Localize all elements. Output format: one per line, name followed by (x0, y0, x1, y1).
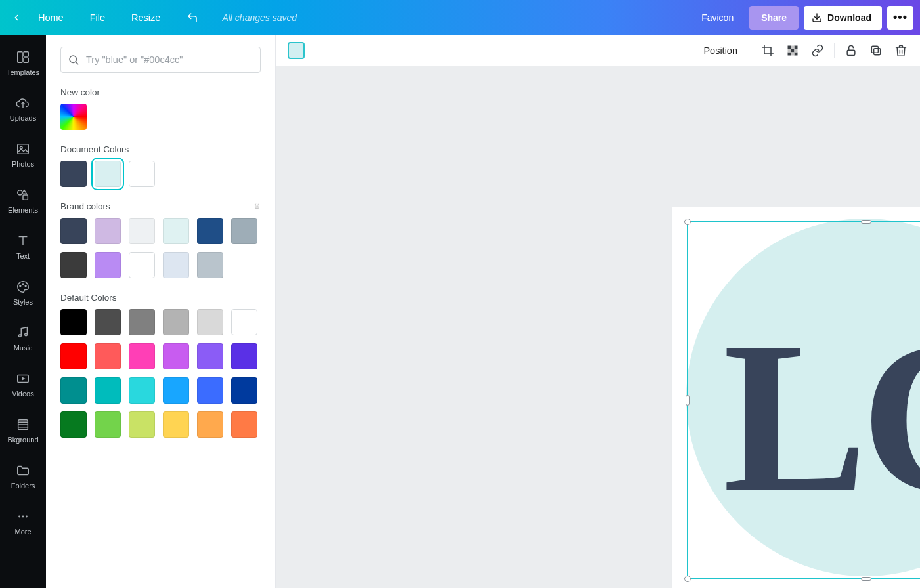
color-swatch[interactable] (95, 309, 121, 335)
color-swatch[interactable] (231, 343, 257, 369)
position-button[interactable]: Position (703, 45, 741, 56)
rail-videos[interactable]: Videos (0, 362, 46, 408)
lock-button[interactable] (844, 43, 858, 58)
color-swatch[interactable] (129, 218, 155, 244)
svg-rect-25 (788, 52, 791, 55)
download-button[interactable]: Download (804, 6, 882, 30)
color-swatch[interactable] (129, 377, 155, 404)
color-swatch[interactable] (197, 411, 223, 438)
color-swatch[interactable] (95, 161, 121, 187)
crop-icon (761, 44, 774, 57)
selection-outline[interactable] (687, 221, 920, 579)
color-swatch[interactable] (197, 343, 223, 369)
color-swatch[interactable] (95, 218, 121, 244)
resize-handle-l[interactable] (686, 395, 690, 406)
rail-music[interactable]: Music (0, 316, 46, 362)
color-swatch[interactable] (197, 252, 223, 278)
more-menu-button[interactable]: ••• (887, 6, 913, 30)
file-menu[interactable]: File (77, 0, 118, 35)
color-swatch[interactable] (129, 343, 155, 369)
canvas-stage[interactable]: LC + Add page (276, 66, 920, 588)
color-swatch[interactable] (60, 411, 87, 438)
rail-music-label: Music (14, 344, 33, 352)
color-swatch[interactable] (129, 309, 155, 335)
rail-more[interactable]: More (0, 499, 46, 545)
resize-menu[interactable]: Resize (118, 0, 173, 35)
transparency-button[interactable] (785, 43, 800, 58)
color-search[interactable] (60, 47, 261, 73)
svg-rect-33 (871, 46, 878, 52)
color-swatch[interactable] (231, 411, 257, 438)
color-swatch[interactable] (60, 161, 87, 187)
resize-handle-bl[interactable] (684, 576, 691, 582)
unlock-icon (844, 44, 858, 57)
svg-rect-5 (18, 144, 29, 154)
color-swatch[interactable] (95, 343, 121, 369)
color-swatch[interactable] (231, 218, 257, 244)
rail-photos[interactable]: Photos (0, 132, 46, 178)
color-swatch[interactable] (163, 411, 189, 438)
default-color-swatches (60, 309, 261, 438)
rail-uploads[interactable]: Uploads (0, 86, 46, 132)
default-colors-heading: Default Colors (60, 293, 261, 303)
back-button[interactable] (0, 13, 25, 22)
duplicate-button[interactable] (869, 43, 883, 58)
color-swatch[interactable] (95, 377, 121, 404)
color-search-input[interactable] (86, 54, 253, 65)
music-icon (16, 326, 30, 340)
color-swatch[interactable] (163, 218, 189, 244)
resize-handle-t[interactable] (861, 220, 871, 224)
color-swatch[interactable] (60, 309, 87, 335)
document-name[interactable]: Favicon (686, 12, 749, 23)
document-colors-heading: Document Colors (60, 144, 261, 154)
templates-icon (16, 50, 30, 64)
color-swatch[interactable] (163, 252, 189, 278)
rail-more-label: More (14, 528, 31, 536)
color-panel: New color Document Colors Brand colors ♛… (46, 35, 276, 588)
ellipsis-icon: ••• (893, 10, 908, 24)
add-custom-color[interactable] (60, 104, 87, 130)
color-swatch[interactable] (197, 309, 223, 335)
home-menu[interactable]: Home (25, 0, 77, 35)
color-swatch[interactable] (60, 343, 87, 369)
resize-handle-tl[interactable] (684, 219, 691, 225)
duplicate-icon (869, 44, 883, 57)
color-swatch[interactable] (95, 411, 121, 438)
delete-button[interactable] (894, 43, 908, 58)
svg-point-12 (19, 335, 22, 337)
rail-folders[interactable]: Folders (0, 453, 46, 499)
svg-rect-32 (874, 48, 881, 54)
color-swatch[interactable] (231, 377, 257, 404)
link-button[interactable] (810, 43, 825, 58)
rail-elements[interactable]: Elements (0, 178, 46, 224)
photos-icon (16, 142, 30, 156)
svg-rect-30 (791, 52, 795, 55)
rail-text[interactable]: Text (0, 224, 46, 270)
color-swatch[interactable] (197, 218, 223, 244)
rail-templates[interactable]: Templates (0, 40, 46, 86)
crop-button[interactable] (760, 43, 775, 58)
color-swatch[interactable] (60, 377, 87, 404)
selected-color-swatch[interactable] (288, 42, 305, 59)
color-swatch[interactable] (60, 252, 87, 278)
resize-handle-b[interactable] (861, 577, 871, 581)
color-swatch[interactable] (129, 252, 155, 278)
color-swatch[interactable] (129, 411, 155, 438)
text-icon (16, 234, 30, 248)
rail-background[interactable]: Bkground (0, 408, 46, 453)
rail-styles[interactable]: Styles (0, 270, 46, 316)
color-swatch[interactable] (163, 309, 189, 335)
rail-elements-label: Elements (8, 206, 38, 214)
color-swatch[interactable] (60, 218, 87, 244)
svg-rect-28 (788, 49, 791, 52)
palette-icon (16, 280, 30, 294)
color-swatch[interactable] (129, 161, 155, 187)
color-swatch[interactable] (163, 343, 189, 369)
color-swatch[interactable] (197, 377, 223, 404)
svg-point-10 (22, 284, 24, 285)
color-swatch[interactable] (163, 377, 189, 404)
color-swatch[interactable] (231, 309, 257, 335)
undo-button[interactable] (173, 12, 211, 24)
share-button[interactable]: Share (749, 6, 799, 30)
color-swatch[interactable] (95, 252, 121, 278)
